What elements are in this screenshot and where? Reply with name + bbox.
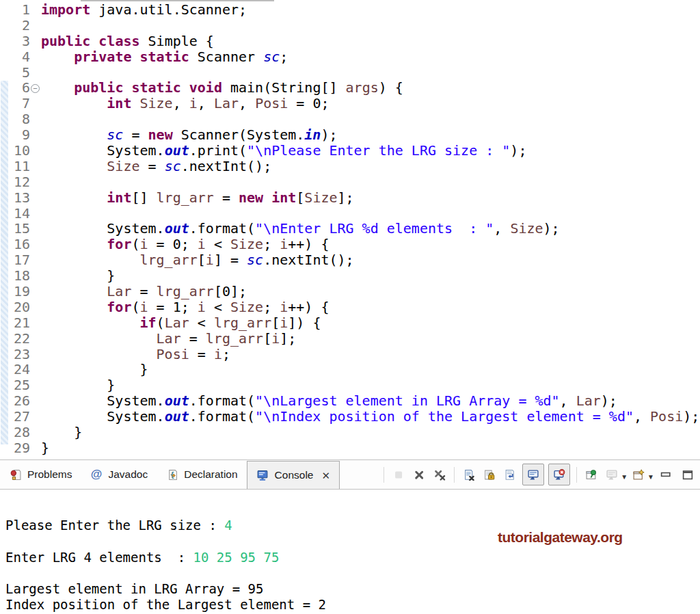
code-token: i (198, 299, 206, 315)
line-number[interactable]: 10 (0, 143, 30, 159)
code-token: "\nIndex position of the Largest element… (255, 408, 634, 425)
code-line: 13 int[] lrg_arr = new int[Size]; (0, 190, 700, 206)
code-token: , (634, 408, 650, 425)
line-number[interactable]: 20 (0, 299, 30, 315)
pin-console-button[interactable] (583, 466, 600, 483)
code-token: "\nEnter LRG %d elements : " (255, 220, 494, 237)
console-token: Enter LRG 4 elements : (5, 550, 193, 565)
line-number[interactable]: 26 (0, 393, 30, 409)
code-text: Posi = i; (41, 347, 230, 362)
code-text: System.out.format("\nIndex position of t… (41, 409, 699, 425)
clear-console-button[interactable] (461, 466, 477, 483)
code-token: public (41, 33, 90, 49)
console-text: Please Enter the LRG size : 4Enter LRG 4… (5, 502, 326, 613)
code-token (181, 79, 189, 96)
code-token: private (74, 49, 131, 65)
word-wrap-button[interactable] (502, 466, 518, 483)
line-number[interactable]: 9 (0, 127, 30, 143)
code-token (131, 95, 139, 111)
code-token: if (140, 315, 157, 331)
line-number[interactable]: 29 (0, 440, 30, 456)
console-line (5, 502, 326, 518)
code-line: 3public class Simple { (0, 34, 700, 49)
line-number[interactable]: 18 (0, 268, 30, 284)
code-token: int (107, 189, 131, 206)
code-token: Lar (157, 330, 181, 347)
code-token: Lar (576, 392, 601, 409)
scroll-lock-button[interactable] (481, 466, 498, 483)
code-token: Lar (165, 315, 189, 331)
console-output-area[interactable]: Please Enter the LRG size : 4Enter LRG 4… (0, 490, 700, 614)
code-line: 29} (0, 440, 700, 456)
console-toolbar: ▼▼ (379, 460, 700, 489)
line-number[interactable]: 24 (0, 362, 30, 377)
code-token (131, 49, 139, 65)
line-number[interactable]: 5 (0, 65, 30, 81)
tab-declaration[interactable]: {Declaration (157, 460, 246, 489)
line-number[interactable]: 12 (0, 174, 30, 190)
line-number[interactable]: 19 (0, 284, 30, 299)
code-token: [ (296, 189, 304, 206)
code-token: java.util.Scanner; (90, 1, 247, 18)
line-number[interactable]: 25 (0, 377, 30, 393)
console-line: Largest element in LRG Array = 95 (5, 581, 326, 597)
code-token: [ (263, 330, 271, 347)
line-number[interactable]: 8 (0, 111, 30, 127)
remove-launch-button[interactable] (411, 466, 427, 483)
tab-javadoc[interactable]: @Javadoc (81, 460, 157, 489)
code-token: , (494, 220, 510, 237)
code-token: } (41, 267, 115, 284)
line-number[interactable]: 2 (0, 18, 30, 34)
line-number[interactable]: 7 (0, 96, 30, 111)
line-number[interactable]: 21 (0, 315, 30, 331)
line-number[interactable]: 14 (0, 206, 30, 222)
code-token: in (304, 126, 321, 143)
line-number[interactable]: 1 (0, 2, 30, 18)
code-token: for (107, 236, 131, 252)
open-console-button[interactable] (630, 466, 647, 483)
line-number[interactable]: 11 (0, 159, 30, 174)
chevron-down-icon[interactable]: ▼ (621, 473, 628, 481)
close-icon[interactable]: ✕ (321, 470, 330, 481)
code-token: out (165, 142, 189, 159)
java-code-editor[interactable]: 1import java.util.Scanner;23public class… (0, 0, 700, 459)
fold-collapse-icon[interactable]: − (31, 84, 40, 93)
code-token: lrg_arr (157, 283, 214, 299)
line-number[interactable]: 16 (0, 237, 30, 252)
tab-console[interactable]: Console✕ (247, 461, 340, 489)
line-number[interactable]: 17 (0, 252, 30, 268)
line-number[interactable]: 6 (0, 80, 30, 96)
line-number[interactable]: 4 (0, 49, 30, 65)
code-token: = (214, 189, 239, 206)
line-number[interactable]: 3 (0, 34, 30, 49)
code-token: ); (510, 142, 526, 159)
show-stdout-button[interactable] (522, 464, 544, 485)
show-stderr-button[interactable] (548, 464, 570, 485)
maximize-icon (682, 469, 694, 481)
line-number[interactable]: 22 (0, 331, 30, 347)
maximize-view-button[interactable] (679, 466, 696, 483)
code-text: } (41, 377, 115, 393)
code-token: class (98, 33, 139, 49)
line-number[interactable]: 15 (0, 221, 30, 237)
remove-all-terminated-button[interactable] (431, 466, 448, 483)
line-number[interactable]: 28 (0, 425, 30, 440)
code-token: , (173, 95, 189, 111)
code-text: for(i = 1; i < Size; i++) { (41, 299, 329, 315)
console-icon (256, 470, 269, 481)
code-token (41, 158, 107, 174)
code-token: main(String[] (222, 79, 346, 96)
line-number[interactable]: 13 (0, 190, 30, 206)
chevron-down-icon[interactable]: ▼ (647, 473, 654, 481)
minimize-view-button[interactable] (658, 466, 674, 483)
line-number[interactable]: 23 (0, 347, 30, 362)
display-selected-console-button (604, 466, 620, 483)
code-token: "\nLargest element in LRG Array = %d" (255, 392, 560, 409)
code-line: 1import java.util.Scanner; (0, 2, 700, 18)
line-number[interactable]: 27 (0, 409, 30, 425)
tab-problems[interactable]: Problems (0, 460, 81, 489)
code-text: sc = new Scanner(System.in); (41, 127, 338, 143)
at-icon: @ (90, 469, 103, 481)
console-token: 4 (224, 518, 232, 533)
show-stdout-icon (527, 469, 539, 481)
